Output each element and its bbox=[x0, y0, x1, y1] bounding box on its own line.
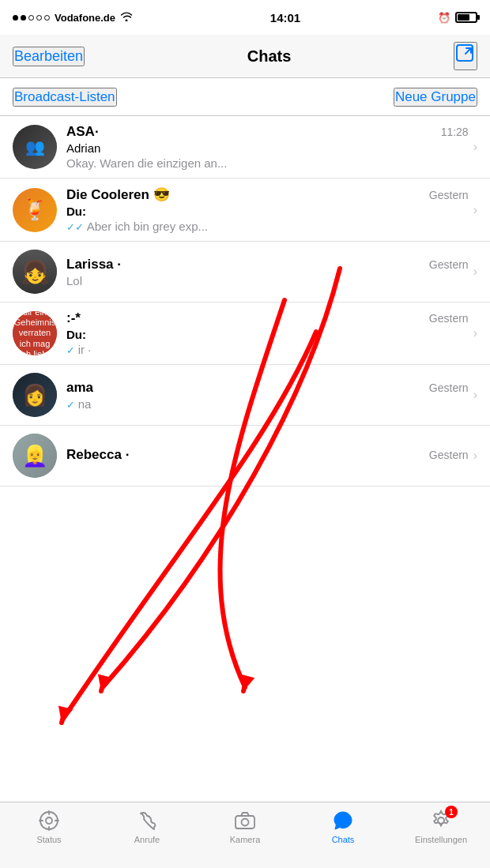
chat-time-5: Gestern bbox=[429, 381, 469, 394]
tab-camera[interactable]: Kamera bbox=[196, 809, 294, 844]
chat-preview-5: na bbox=[66, 397, 469, 411]
tab-calls[interactable]: Anrufe bbox=[98, 809, 196, 844]
chevron-2: › bbox=[473, 203, 477, 217]
settings-icon: 1 bbox=[429, 809, 453, 832]
chat-top-1: ASA· 11:28 bbox=[66, 124, 469, 140]
tab-calls-label: Anrufe bbox=[134, 835, 160, 844]
action-row: Broadcast-Listen Neue Gruppe bbox=[0, 78, 490, 116]
chat-name-3: Larissa · bbox=[66, 257, 121, 272]
chat-item-5[interactable]: 👩 ama Gestern na › bbox=[0, 365, 490, 426]
chat-list: 👥 ASA· 11:28 Adrian Okay. Waren die einz… bbox=[0, 116, 490, 802]
status-left: Vodafone.de bbox=[13, 11, 133, 24]
chevron-6: › bbox=[473, 449, 477, 463]
svg-point-11 bbox=[242, 819, 249, 826]
chat-time-3: Gestern bbox=[429, 258, 469, 271]
chat-content-6: Rebecca · Gestern bbox=[66, 447, 469, 464]
chat-content-5: ama Gestern na bbox=[66, 380, 469, 411]
chat-preview-2: Aber ich bin grey exp... bbox=[66, 220, 469, 233]
tab-chats[interactable]: Chats bbox=[294, 809, 392, 844]
broadcast-button[interactable]: Broadcast-Listen bbox=[13, 88, 117, 107]
status-bar: Vodafone.de 14:01 ⏰ bbox=[0, 0, 490, 35]
chat-top-3: Larissa · Gestern bbox=[66, 257, 469, 272]
chat-name-2: Die Cooleren 😎 bbox=[66, 186, 170, 203]
avatar-1: 👥 bbox=[13, 125, 57, 169]
svg-rect-10 bbox=[236, 816, 254, 829]
wifi-icon bbox=[120, 11, 133, 24]
chat-top-4: :-* Gestern bbox=[66, 310, 469, 326]
chat-sender-1: Adrian bbox=[66, 141, 469, 155]
dot4 bbox=[36, 15, 42, 21]
tab-camera-label: Kamera bbox=[230, 835, 261, 844]
chat-name-5: ama bbox=[66, 380, 93, 396]
chat-time-4: Gestern bbox=[429, 312, 469, 325]
compose-button[interactable] bbox=[454, 42, 477, 70]
chevron-1: › bbox=[473, 140, 477, 154]
dot3 bbox=[28, 15, 34, 21]
page-title: Chats bbox=[247, 47, 292, 66]
chat-preview-1: Okay. Waren die einzigen an... bbox=[66, 156, 469, 170]
dot5 bbox=[44, 15, 50, 21]
avatar-4: sagt ich dir ein Geheimnis verraten ich … bbox=[13, 311, 57, 355]
chat-content-3: Larissa · Gestern Lol bbox=[66, 257, 469, 287]
nav-bar: Bearbeiten Chats bbox=[0, 35, 490, 78]
chat-preview-4: ir · bbox=[66, 343, 469, 356]
chevron-4: › bbox=[473, 326, 477, 340]
tab-settings-label: Einstellungen bbox=[415, 835, 467, 844]
chat-item-1[interactable]: 👥 ASA· 11:28 Adrian Okay. Waren die einz… bbox=[0, 116, 490, 178]
chevron-5: › bbox=[473, 388, 477, 402]
tab-chats-label: Chats bbox=[332, 835, 355, 844]
chat-name-4: :-* bbox=[66, 310, 81, 326]
avatar-6: 👱‍♀️ bbox=[13, 434, 57, 478]
svg-point-5 bbox=[46, 817, 52, 824]
status-time: 14:01 bbox=[270, 11, 300, 24]
new-group-button[interactable]: Neue Gruppe bbox=[394, 88, 477, 107]
chat-name-1: ASA· bbox=[66, 124, 99, 140]
chat-name-6: Rebecca · bbox=[66, 447, 129, 463]
svg-line-3 bbox=[466, 48, 471, 54]
chat-sender-4: Du: bbox=[66, 328, 469, 341]
avatar-2: 🍹 bbox=[13, 188, 57, 232]
settings-badge: 1 bbox=[445, 806, 458, 818]
chats-icon bbox=[331, 809, 355, 832]
tab-status[interactable]: Status bbox=[0, 809, 98, 844]
tab-status-label: Status bbox=[36, 835, 61, 844]
chat-item-3[interactable]: 👧 Larissa · Gestern Lol › bbox=[0, 242, 490, 302]
chat-top-6: Rebecca · Gestern bbox=[66, 447, 469, 463]
chat-top-2: Die Cooleren 😎 Gestern bbox=[66, 186, 469, 203]
camera-icon bbox=[233, 809, 257, 832]
chat-time-1: 11:28 bbox=[441, 126, 469, 138]
chat-sender-2: Du: bbox=[66, 205, 469, 218]
tab-settings[interactable]: 1 Einstellungen bbox=[392, 809, 490, 844]
chat-time-2: Gestern bbox=[429, 189, 469, 201]
chat-content-4: :-* Gestern Du: ir · bbox=[66, 310, 469, 356]
chevron-3: › bbox=[473, 265, 477, 279]
chat-item-2[interactable]: 🍹 Die Cooleren 😎 Gestern Du: Aber ich bi… bbox=[0, 178, 490, 242]
alarm-icon: ⏰ bbox=[438, 12, 450, 24]
avatar-3: 👧 bbox=[13, 250, 57, 294]
status-icon bbox=[37, 809, 61, 832]
tab-bar: Status Anrufe Kamera Chats bbox=[0, 802, 490, 868]
chat-content-2: Die Cooleren 😎 Gestern Du: Aber ich bin … bbox=[66, 186, 469, 233]
chat-preview-3: Lol bbox=[66, 274, 469, 287]
chat-item-6[interactable]: 👱‍♀️ Rebecca · Gestern › bbox=[0, 426, 490, 487]
calls-icon bbox=[135, 809, 159, 832]
edit-button[interactable]: Bearbeiten bbox=[13, 47, 85, 66]
chat-top-5: ama Gestern bbox=[66, 380, 469, 396]
avatar-5: 👩 bbox=[13, 373, 57, 417]
carrier-label: Vodafone.de bbox=[55, 12, 115, 24]
signal-dots bbox=[13, 15, 50, 21]
chat-content-1: ASA· 11:28 Adrian Okay. Waren die einzig… bbox=[66, 124, 469, 170]
dot1 bbox=[13, 15, 18, 21]
status-right: ⏰ bbox=[438, 12, 477, 24]
dot2 bbox=[21, 15, 26, 21]
chat-item-4[interactable]: sagt ich dir ein Geheimnis verraten ich … bbox=[0, 302, 490, 365]
battery-icon bbox=[455, 12, 477, 23]
chat-time-6: Gestern bbox=[429, 449, 469, 461]
